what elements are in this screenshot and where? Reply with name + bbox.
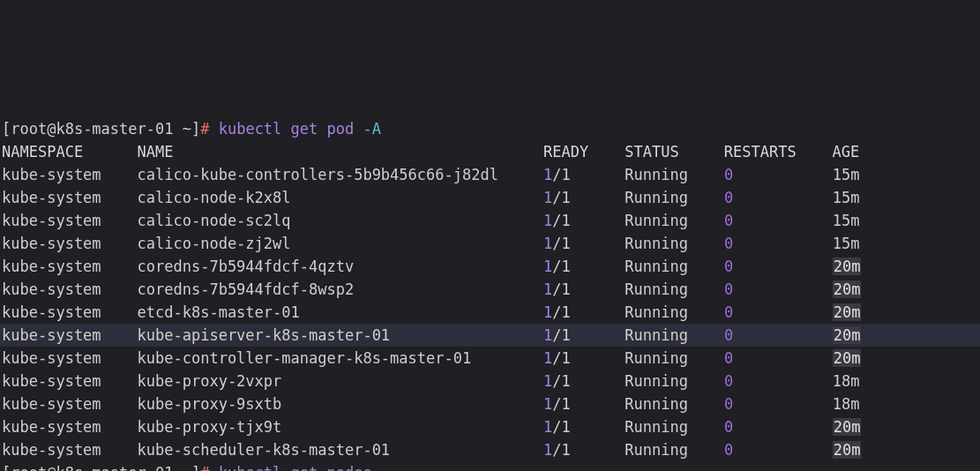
pod-namespace: kube-system xyxy=(2,258,138,275)
pod-name: calico-node-sc2lq xyxy=(138,212,544,229)
ready-numerator: 1 xyxy=(543,326,552,344)
pod-name: calico-node-zj2wl xyxy=(138,235,544,252)
age-value: 15m xyxy=(833,189,860,206)
terminal-output[interactable]: [root@k8s-master-01 ~]# kubectl get pod … xyxy=(0,115,980,471)
ready-denominator: 1 xyxy=(562,418,571,436)
pod-status: Running xyxy=(625,189,724,206)
pod-row[interactable]: kube-system kube-proxy-9sxtb 1/1 Running… xyxy=(0,392,980,415)
ready-denominator: 1 xyxy=(562,395,571,413)
age-value: 20m xyxy=(833,258,862,275)
pod-status: Running xyxy=(625,326,724,344)
ready-numerator: 1 xyxy=(543,280,552,298)
pod-name: calico-node-k2x8l xyxy=(138,189,544,206)
pod-name: kube-proxy-2vxpr xyxy=(138,372,544,390)
pod-row[interactable]: kube-system calico-node-zj2wl 1/1 Runnin… xyxy=(0,232,980,255)
pod-name: coredns-7b5944fdcf-4qztv xyxy=(138,258,544,275)
prompt-hash: # xyxy=(200,464,218,471)
pod-restarts: 0 xyxy=(724,303,833,321)
pod-row[interactable]: kube-system kube-apiserver-k8s-master-01… xyxy=(0,324,980,347)
pod-row[interactable]: kube-system kube-scheduler-k8s-master-01… xyxy=(0,438,980,461)
pod-row[interactable]: kube-system coredns-7b5944fdcf-4qztv 1/1… xyxy=(0,255,980,278)
prompt-hash: # xyxy=(200,120,218,138)
pods-header-row: NAMESPACE NAME READY STATUS RESTARTS AGE xyxy=(0,140,980,163)
pod-name: coredns-7b5944fdcf-8wsp2 xyxy=(138,280,544,298)
pod-name: kube-controller-manager-k8s-master-01 xyxy=(138,349,544,367)
pod-status: Running xyxy=(625,212,724,229)
age-value: 20m xyxy=(833,280,862,298)
age-value: 20m xyxy=(833,349,862,367)
pod-name: kube-apiserver-k8s-master-01 xyxy=(138,326,544,344)
prompt-user-host: root@k8s-master-01 ~ xyxy=(11,464,191,471)
pod-restarts: 0 xyxy=(724,441,833,459)
pod-restarts: 0 xyxy=(724,166,833,183)
age-value: 20m xyxy=(833,418,862,436)
ready-denominator: 1 xyxy=(562,166,571,183)
prompt-bracket-close: ] xyxy=(191,464,200,471)
pod-restarts: 0 xyxy=(724,395,833,413)
pod-restarts: 0 xyxy=(724,258,833,275)
pod-restarts: 0 xyxy=(724,326,833,344)
prompt-line[interactable]: [root@k8s-master-01 ~]# kubectl get pod … xyxy=(0,117,980,140)
pod-namespace: kube-system xyxy=(2,212,138,229)
pod-namespace: kube-system xyxy=(2,372,138,390)
ready-numerator: 1 xyxy=(543,395,552,413)
pod-row[interactable]: kube-system etcd-k8s-master-01 1/1 Runni… xyxy=(0,301,980,324)
pod-namespace: kube-system xyxy=(2,418,138,436)
ready-numerator: 1 xyxy=(543,189,552,206)
pod-namespace: kube-system xyxy=(2,280,138,298)
age-value: 15m xyxy=(833,212,860,229)
ready-denominator: 1 xyxy=(562,280,571,298)
pod-restarts: 0 xyxy=(724,212,833,229)
pod-restarts: 0 xyxy=(724,372,833,390)
pod-namespace: kube-system xyxy=(2,166,138,183)
age-value: 20m xyxy=(833,326,862,344)
pod-status: Running xyxy=(625,372,724,390)
prompt-command: kubectl get nodes xyxy=(219,464,372,471)
prompt-flag: -A xyxy=(363,120,380,138)
pod-restarts: 0 xyxy=(724,280,833,298)
pod-restarts: 0 xyxy=(724,235,833,252)
pod-name: kube-proxy-tjx9t xyxy=(138,418,544,436)
ready-numerator: 1 xyxy=(543,372,552,390)
pod-status: Running xyxy=(625,258,724,275)
pod-namespace: kube-system xyxy=(2,235,138,252)
pod-name: kube-scheduler-k8s-master-01 xyxy=(138,441,544,459)
age-value: 18m xyxy=(833,372,860,390)
prompt-command: kubectl get pod xyxy=(219,120,363,138)
pod-namespace: kube-system xyxy=(2,395,138,413)
pod-row[interactable]: kube-system kube-controller-manager-k8s-… xyxy=(0,347,980,370)
age-value: 20m xyxy=(833,441,862,459)
pod-status: Running xyxy=(625,418,724,436)
ready-numerator: 1 xyxy=(543,166,552,183)
age-value: 15m xyxy=(833,166,860,183)
ready-numerator: 1 xyxy=(543,258,552,275)
pod-status: Running xyxy=(625,303,724,321)
ready-denominator: 1 xyxy=(562,258,571,275)
pod-row[interactable]: kube-system calico-node-k2x8l 1/1 Runnin… xyxy=(0,186,980,209)
pod-row[interactable]: kube-system kube-proxy-tjx9t 1/1 Running… xyxy=(0,415,980,438)
pod-name: calico-kube-controllers-5b9b456c66-j82dl xyxy=(138,166,544,183)
pod-row[interactable]: kube-system calico-node-sc2lq 1/1 Runnin… xyxy=(0,209,980,232)
pod-restarts: 0 xyxy=(724,418,833,436)
pod-row[interactable]: kube-system kube-proxy-2vxpr 1/1 Running… xyxy=(0,370,980,392)
pod-namespace: kube-system xyxy=(2,326,138,344)
pod-row[interactable]: kube-system calico-kube-controllers-5b9b… xyxy=(0,163,980,186)
pod-row[interactable]: kube-system coredns-7b5944fdcf-8wsp2 1/1… xyxy=(0,278,980,301)
ready-denominator: 1 xyxy=(562,212,571,229)
pod-status: Running xyxy=(625,235,724,252)
prompt-bracket-open: [ xyxy=(2,120,11,138)
pod-status: Running xyxy=(625,349,724,367)
age-value: 18m xyxy=(833,395,860,413)
ready-denominator: 1 xyxy=(562,326,571,344)
prompt-user-host: root@k8s-master-01 ~ xyxy=(11,120,191,138)
pod-namespace: kube-system xyxy=(2,303,138,321)
ready-denominator: 1 xyxy=(562,349,571,367)
pod-name: kube-proxy-9sxtb xyxy=(138,395,544,413)
ready-denominator: 1 xyxy=(562,189,571,206)
prompt-bracket-open: [ xyxy=(2,464,11,471)
pod-status: Running xyxy=(625,395,724,413)
ready-numerator: 1 xyxy=(543,235,552,252)
pod-status: Running xyxy=(625,441,724,459)
prompt-line[interactable]: [root@k8s-master-01 ~]# kubectl get node… xyxy=(0,461,980,471)
ready-numerator: 1 xyxy=(543,418,552,436)
